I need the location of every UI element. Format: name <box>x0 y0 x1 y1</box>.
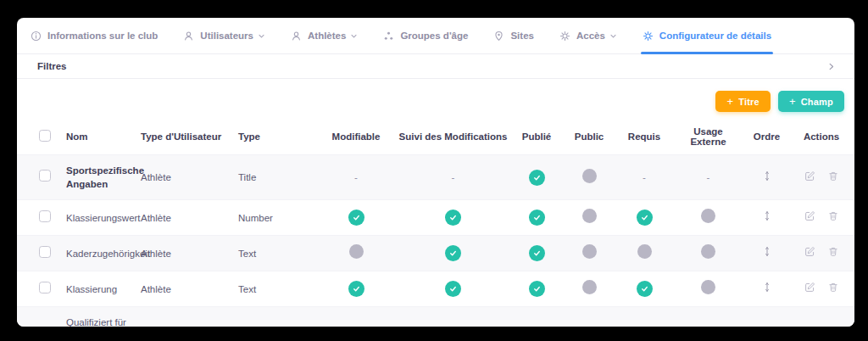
cell-usage-externe <box>675 236 745 271</box>
gear-icon <box>643 31 654 42</box>
drag-order-handle[interactable] <box>763 282 771 293</box>
edit-icon[interactable] <box>804 246 815 257</box>
status-neutral-icon <box>637 244 652 259</box>
column-header: Type d'Utilisateur <box>141 119 238 155</box>
row-checkbox[interactable] <box>39 246 51 258</box>
cell-publie <box>512 307 565 327</box>
cell-suivi-modifications <box>398 271 512 307</box>
column-header: Public <box>565 119 617 155</box>
add-title-button[interactable]: + Titre <box>715 91 770 112</box>
cell-requis <box>617 200 675 236</box>
cell-public <box>565 271 617 307</box>
pin-icon <box>493 31 504 42</box>
trash-icon[interactable] <box>828 282 838 293</box>
plus-icon: + <box>726 96 733 107</box>
edit-icon[interactable] <box>804 282 815 293</box>
chevron-right-icon <box>826 62 836 71</box>
filters-label: Filtres <box>37 61 67 71</box>
row-checkbox[interactable] <box>39 282 51 293</box>
status-check-icon <box>529 210 545 226</box>
cell-usage-externe: - <box>675 155 745 200</box>
tab-label: Sites <box>510 31 534 41</box>
cell-nom: Kaderzugehörigkeit <box>66 236 141 271</box>
cell-requis <box>617 307 675 327</box>
cell-suivi-modifications <box>398 236 512 271</box>
status-check-icon <box>529 281 545 297</box>
status-neutral-icon <box>701 209 715 223</box>
edit-icon[interactable] <box>804 170 815 182</box>
drag-order-handle[interactable] <box>763 170 771 182</box>
cell-public <box>565 200 617 236</box>
cell-public <box>565 236 617 271</box>
cell-type-utilisateur: Athlète <box>141 155 238 200</box>
status-neutral-icon <box>582 209 597 223</box>
cell-requis: - <box>617 155 675 200</box>
info-icon <box>31 31 42 42</box>
main-card: Informations sur le clubUtilisateursAthl… <box>17 18 854 327</box>
status-dash: - <box>707 172 710 182</box>
column-header: Ordre <box>745 119 792 155</box>
cell-modifiable <box>318 271 398 307</box>
user-icon <box>183 31 194 42</box>
cell-type-utilisateur: Athlète <box>141 307 238 327</box>
chevron-down-icon <box>258 32 265 40</box>
cell-type: Title <box>238 155 318 200</box>
select-all-checkbox[interactable] <box>39 130 51 142</box>
tab-acc-s[interactable]: Accès <box>559 18 617 53</box>
tab-label: Accès <box>576 31 605 41</box>
add-field-button-label: Champ <box>801 97 833 107</box>
status-dash: - <box>643 172 646 182</box>
trash-icon[interactable] <box>828 246 838 257</box>
status-neutral-icon <box>701 244 715 259</box>
chevron-down-icon <box>350 32 358 40</box>
cell-publie <box>512 236 565 271</box>
cell-usage-externe <box>675 271 745 307</box>
add-field-button[interactable]: + Champ <box>778 91 844 112</box>
status-neutral-icon <box>349 244 364 259</box>
tab-bar: Informations sur le clubUtilisateursAthl… <box>17 18 854 54</box>
tab-athl-tes[interactable]: Athlètes <box>291 18 358 53</box>
add-title-button-label: Titre <box>738 97 760 107</box>
toolbar: + Titre + Champ <box>17 79 854 112</box>
cell-modifiable <box>318 307 398 327</box>
column-header: Requis <box>617 119 675 155</box>
cell-suivi-modifications <box>398 307 512 327</box>
edit-icon[interactable] <box>804 210 815 221</box>
column-header: Usage Externe <box>675 119 745 155</box>
cell-nom: Klassierung <box>66 271 141 307</box>
cell-public <box>565 307 617 327</box>
cell-usage-externe <box>675 307 745 327</box>
column-header: Suivi des Modifications <box>398 119 512 155</box>
column-header: Modifiable <box>318 119 398 155</box>
status-check-icon <box>529 170 545 186</box>
tab-label: Informations sur le club <box>47 31 158 41</box>
select-all-checkbox-cell <box>17 119 66 155</box>
drag-order-handle[interactable] <box>763 246 771 257</box>
tab-informations-sur-le-club[interactable]: Informations sur le club <box>31 18 158 53</box>
group-icon <box>383 31 394 42</box>
filters-accordion[interactable]: Filtres <box>17 54 854 79</box>
row-checkbox[interactable] <box>39 170 51 182</box>
cell-type-utilisateur: Athlète <box>141 236 238 271</box>
status-neutral-icon <box>701 280 715 294</box>
tab-groupes-d-ge[interactable]: Groupes d'âge <box>383 18 468 53</box>
cell-type: Number <box>238 200 318 236</box>
cell-public <box>565 155 617 200</box>
row-checkbox[interactable] <box>39 210 51 222</box>
table-header-row: NomType d'UtilisateurTypeModifiableSuivi… <box>17 119 854 155</box>
drag-order-handle[interactable] <box>763 210 771 221</box>
table-row: Sportspezifische AngabenAthlèteTitle---- <box>17 155 854 200</box>
cell-publie <box>512 200 565 236</box>
cell-modifiable <box>318 200 398 236</box>
cell-usage-externe <box>675 200 745 236</box>
cell-publie <box>512 271 565 307</box>
trash-icon[interactable] <box>828 210 838 221</box>
cell-requis <box>617 236 675 271</box>
tab-utilisateurs[interactable]: Utilisateurs <box>183 18 265 53</box>
status-check-icon <box>637 210 653 226</box>
tab-configurateur-de-d-tails[interactable]: Configurateur de détails <box>643 18 771 53</box>
tab-sites[interactable]: Sites <box>493 18 534 53</box>
cell-modifiable <box>318 236 398 271</box>
status-check-icon <box>445 281 461 297</box>
trash-icon[interactable] <box>828 170 838 182</box>
